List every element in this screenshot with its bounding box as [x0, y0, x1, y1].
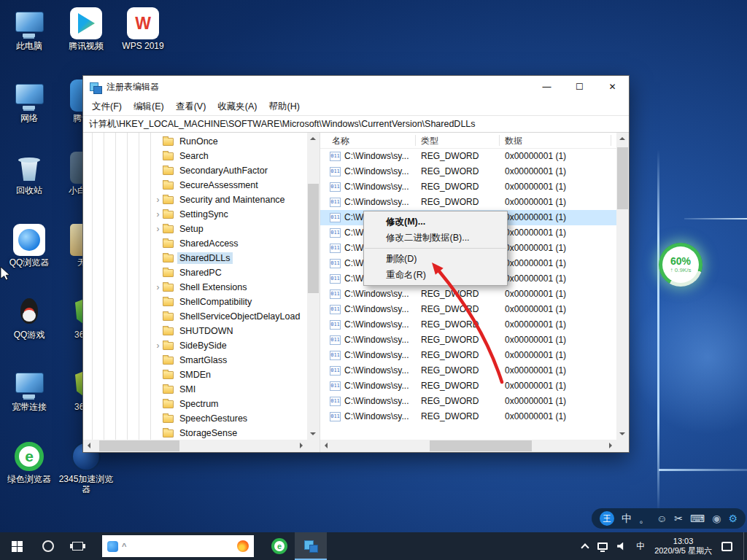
- registry-value-row[interactable]: 011C:\Windows\sy...REG_DWORD0x00000001 (…: [320, 317, 616, 332]
- registry-value-row[interactable]: 011C:\Windows\sy...REG_DWORD0x00000001 (…: [320, 378, 616, 394]
- scrollbar-thumb[interactable]: [308, 184, 319, 293]
- expand-icon[interactable]: ›: [153, 222, 163, 236]
- show-desktop-button[interactable]: [743, 532, 744, 560]
- expand-icon[interactable]: ›: [153, 280, 163, 295]
- column-header-type[interactable]: 类型: [421, 133, 438, 149]
- action-center-icon[interactable]: [721, 542, 732, 551]
- ime-punctuation-icon[interactable]: 。: [639, 508, 649, 529]
- scrollbar-thumb[interactable]: [99, 440, 179, 451]
- menu-file[interactable]: 文件(F): [86, 98, 128, 115]
- scroll-up-icon[interactable]: [310, 137, 316, 140]
- tree-vertical-scrollbar[interactable]: [307, 133, 320, 440]
- tree-item-sharedaccess[interactable]: SharedAccess: [83, 236, 307, 251]
- ime-screenshot-icon[interactable]: ✂: [674, 508, 683, 529]
- task-view-button[interactable]: [63, 532, 92, 560]
- ime-emoji-icon[interactable]: ☺: [657, 508, 667, 529]
- ime-skin-icon[interactable]: ◉: [712, 508, 721, 529]
- scroll-right-icon[interactable]: [300, 443, 303, 448]
- tree-horizontal-scrollbar[interactable]: [83, 440, 307, 452]
- expand-icon[interactable]: ›: [153, 192, 163, 207]
- scroll-down-icon[interactable]: [310, 432, 316, 435]
- scroll-left-icon[interactable]: [325, 443, 328, 448]
- tree-item-shell-extensions[interactable]: ›Shell Extensions: [83, 280, 307, 295]
- address-bar[interactable]: 计算机\HKEY_LOCAL_MACHINE\SOFTWARE\Microsof…: [83, 115, 629, 133]
- tree-item-setup[interactable]: ›Setup: [83, 222, 307, 236]
- desktop-icon-wps[interactable]: WWPS 2019: [115, 7, 171, 78]
- desktop-icon-recycle-bin[interactable]: 回收站: [1, 152, 57, 222]
- tree-item-security-and-maintenance[interactable]: ›Security and Maintenance: [83, 192, 307, 207]
- tree-item-secureassessment[interactable]: SecureAssessment: [83, 178, 307, 192]
- taskbar-regedit-active[interactable]: [295, 532, 327, 560]
- scrollbar-thumb[interactable]: [617, 147, 628, 209]
- registry-value-row[interactable]: 011C:\Windows\sy...REG_DWORD0x00000001 (…: [320, 302, 616, 317]
- tree-item-search[interactable]: Search: [83, 149, 307, 163]
- desktop-icon-tencent-video[interactable]: 腾讯视频: [58, 7, 114, 78]
- desktop-icon-green-browser[interactable]: e绿色浏览器: [1, 440, 57, 511]
- menu-edit[interactable]: 编辑(E): [128, 98, 170, 115]
- tree-item-smartglass[interactable]: SmartGlass: [83, 353, 307, 368]
- maximize-button[interactable]: ☐: [563, 76, 596, 98]
- tree-item-runonce[interactable]: RunOnce: [83, 134, 307, 149]
- tree-item-shutdown[interactable]: SHUTDOWN: [83, 324, 307, 338]
- tree-item-sharedpc[interactable]: SharedPC: [83, 265, 307, 280]
- registry-value-row[interactable]: 011C:\Windows\sy...REG_DWORD0x00000001 (…: [320, 363, 616, 378]
- network-tray-icon[interactable]: [597, 542, 608, 550]
- expand-icon[interactable]: ›: [153, 338, 163, 353]
- tree-item-shellcompatibility[interactable]: ShellCompatibility: [83, 295, 307, 309]
- close-button[interactable]: ✕: [596, 76, 629, 98]
- taskbar-search-box[interactable]: ^: [102, 535, 254, 557]
- menu-item-rename[interactable]: 重命名(R): [364, 267, 507, 283]
- minimize-button[interactable]: —: [530, 76, 563, 98]
- registry-value-row[interactable]: 011C:\Windows\sy...REG_DWORD0x00000001 (…: [320, 179, 616, 195]
- tree-item-shareddlls[interactable]: SharedDLLs: [83, 251, 307, 265]
- desktop-icon-qq-game[interactable]: QQ游戏: [1, 296, 57, 367]
- scrollbar-thumb[interactable]: [430, 440, 532, 451]
- start-button[interactable]: [0, 532, 34, 560]
- column-separator[interactable]: [499, 135, 500, 146]
- scroll-up-icon[interactable]: [619, 137, 625, 140]
- column-separator[interactable]: [611, 135, 611, 146]
- menu-view[interactable]: 查看(V): [170, 98, 212, 115]
- desktop-icon-this-pc[interactable]: 此电脑: [1, 7, 57, 78]
- menu-item-modify[interactable]: 修改(M)...: [364, 214, 507, 230]
- column-header-name[interactable]: 名称: [332, 133, 349, 149]
- tree-item-shellserviceobjectdelayload[interactable]: ShellServiceObjectDelayLoad: [83, 309, 307, 324]
- ime-indicator[interactable]: 中: [636, 540, 645, 553]
- tray-expand-icon[interactable]: [581, 543, 589, 551]
- registry-value-row[interactable]: 011C:\Windows\sy...REG_DWORD0x00000001 (…: [320, 409, 616, 424]
- cortana-search-button[interactable]: [34, 532, 63, 560]
- registry-value-row[interactable]: 011C:\Windows\sy...REG_DWORD0x00000001 (…: [320, 348, 616, 363]
- menu-item-modify-binary[interactable]: 修改二进制数据(B)...: [364, 230, 507, 246]
- menu-favorites[interactable]: 收藏夹(A): [212, 98, 263, 115]
- tree-item-storagesense[interactable]: StorageSense: [83, 426, 307, 440]
- ime-keyboard-icon[interactable]: ⌨: [690, 508, 705, 529]
- tree-item-sidebyside[interactable]: ›SideBySide: [83, 338, 307, 353]
- registry-value-row[interactable]: 011C:\Windows\sy...REG_DWORD0x00000001 (…: [320, 149, 616, 164]
- ime-toolbox-icon[interactable]: ⚙: [728, 508, 738, 529]
- ime-lang-icon[interactable]: 中: [622, 508, 632, 529]
- volume-icon[interactable]: [617, 542, 627, 551]
- net-speed-widget[interactable]: 60% ↑ 0.9K/s: [659, 243, 703, 287]
- list-horizontal-scrollbar[interactable]: [320, 440, 616, 452]
- scroll-down-icon[interactable]: [619, 432, 625, 435]
- registry-value-row[interactable]: 011C:\Windows\sy...REG_DWORD0x00000001 (…: [320, 332, 616, 348]
- registry-value-row[interactable]: 011C:\Windows\sy...REG_DWORD0x00000001 (…: [320, 164, 616, 179]
- desktop-icon-qq-browser[interactable]: QQ浏览器: [1, 224, 57, 295]
- menu-help[interactable]: 帮助(H): [263, 98, 305, 115]
- tree-item-spectrum[interactable]: Spectrum: [83, 397, 307, 411]
- scroll-left-icon[interactable]: [88, 443, 90, 448]
- desktop-icon-broadband[interactable]: 宽带连接: [1, 368, 57, 439]
- tree-item-smi[interactable]: SMI: [83, 382, 307, 397]
- tree-item-smden[interactable]: SMDEn: [83, 368, 307, 382]
- tray-clock[interactable]: 13:03 2020/9/5 星期六: [654, 537, 712, 556]
- tree-item-settingsync[interactable]: ›SettingSync: [83, 207, 307, 222]
- scroll-right-icon[interactable]: [609, 443, 612, 448]
- registry-value-row[interactable]: 011C:\Windows\sy...REG_DWORD0x00000001 (…: [320, 287, 616, 302]
- desktop-icon-network[interactable]: 网络: [1, 79, 57, 150]
- registry-value-row[interactable]: 011C:\Windows\sy...REG_DWORD0x00000001 (…: [320, 394, 616, 409]
- registry-value-row[interactable]: 011C:\Windows\sy...REG_DWORD0x00000001 (…: [320, 195, 616, 210]
- tree-item-speechgestures[interactable]: SpeechGestures: [83, 411, 307, 426]
- expand-icon[interactable]: ›: [153, 207, 163, 222]
- hot-search-icon[interactable]: [237, 540, 249, 552]
- column-separator[interactable]: [415, 135, 416, 146]
